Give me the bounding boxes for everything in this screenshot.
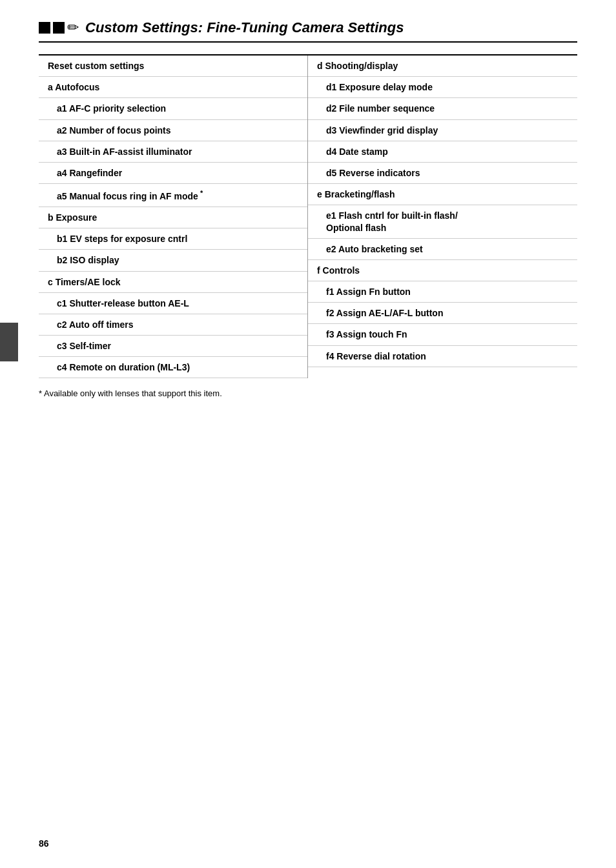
- menu-item-e: e Bracketing/flash: [308, 184, 577, 205]
- e1-line1: e1 Flash cntrl for built-in flash/: [326, 210, 458, 221]
- menu-item-d5: d5 Reverse indicators: [308, 163, 577, 184]
- menu-item-d1: d1 Exposure delay mode: [308, 77, 577, 98]
- menu-item-c4: c4 Remote on duration (ML-L3): [39, 357, 307, 378]
- left-column: Reset custom settings a Autofocus a1 AF-…: [39, 56, 308, 378]
- menu-item-a: a Autofocus: [39, 77, 307, 98]
- menu-item-e1: e1 Flash cntrl for built-in flash/ Optio…: [308, 205, 577, 238]
- menu-item-f3: f3 Assign touch Fn: [308, 324, 577, 345]
- menu-item-c3: c3 Self-timer: [39, 336, 307, 357]
- menu-item-e2: e2 Auto bracketing set: [308, 239, 577, 260]
- page-number: 86: [39, 838, 49, 849]
- menu-item-d4: d4 Date stamp: [308, 141, 577, 163]
- asterisk-a5: *: [198, 189, 203, 197]
- menu-item-reset: Reset custom settings: [39, 56, 307, 77]
- menu-item-a3: a3 Built-in AF-assist illuminator: [39, 141, 307, 163]
- black-square-1: [39, 22, 50, 34]
- footnote: * Available only with lenses that suppor…: [39, 389, 577, 398]
- footnote-text: * Available only with lenses that suppor…: [39, 389, 222, 398]
- sidebar-accent-bar: [0, 323, 18, 361]
- menu-item-f1: f1 Assign Fn button: [308, 281, 577, 303]
- menu-item-a4: a4 Rangefinder: [39, 163, 307, 184]
- menu-item-d: d Shooting/display: [308, 56, 577, 77]
- menu-item-b1: b1 EV steps for exposure cntrl: [39, 228, 307, 250]
- menu-item-c2: c2 Auto off timers: [39, 314, 307, 336]
- header-icon: ✏: [39, 19, 79, 36]
- menu-item-f2: f2 Assign AE-L/AF-L button: [308, 303, 577, 324]
- menu-item-a5: a5 Manual focus ring in AF mode *: [39, 184, 307, 207]
- black-square-2: [53, 22, 65, 34]
- menu-item-b2: b2 ISO display: [39, 250, 307, 271]
- menu-item-a2: a2 Number of focus points: [39, 120, 307, 141]
- menu-item-d3: d3 Viewfinder grid display: [308, 120, 577, 141]
- e1-line2: Optional flash: [326, 223, 386, 233]
- menu-item-f4: f4 Reverse dial rotation: [308, 346, 577, 367]
- menu-item-b: b Exposure: [39, 207, 307, 228]
- right-column: d Shooting/display d1 Exposure delay mod…: [308, 56, 577, 378]
- menu-item-c1: c1 Shutter-release button AE-L: [39, 293, 307, 314]
- page-title: Custom Settings: Fine-Tuning Camera Sett…: [85, 19, 404, 36]
- menu-item-c: c Timers/AE lock: [39, 272, 307, 293]
- menu-table: Reset custom settings a Autofocus a1 AF-…: [39, 54, 577, 378]
- page-header: ✏ Custom Settings: Fine-Tuning Camera Se…: [39, 19, 577, 43]
- menu-item-d2: d2 File number sequence: [308, 98, 577, 119]
- menu-item-a1: a1 AF-C priority selection: [39, 98, 307, 119]
- pencil-icon: ✏: [67, 19, 79, 36]
- menu-item-f: f Controls: [308, 260, 577, 281]
